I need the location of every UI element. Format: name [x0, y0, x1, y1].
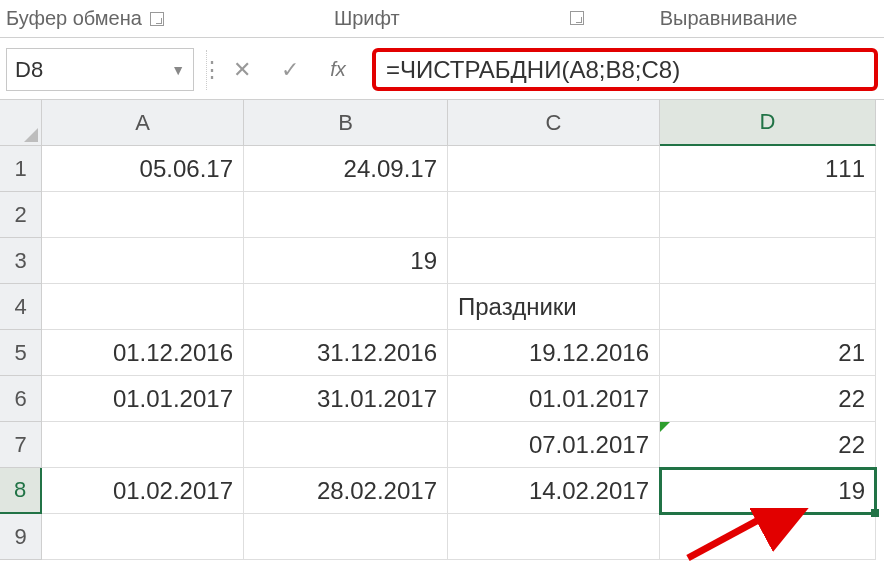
row-header-8[interactable]: 8 — [0, 468, 42, 514]
cancel-formula-button[interactable]: ✕ — [220, 50, 264, 90]
cell-B3[interactable]: 19 — [244, 238, 448, 284]
row-header-1[interactable]: 1 — [0, 146, 42, 192]
cell-A8[interactable]: 01.02.2017 — [42, 468, 244, 514]
row-header-6[interactable]: 6 — [0, 376, 42, 422]
name-box-value: D8 — [15, 57, 43, 83]
separator: ⋮ — [206, 50, 216, 90]
cell-B5[interactable]: 31.12.2016 — [244, 330, 448, 376]
formula-bar: D8 ▼ ⋮ ✕ ✓ fx =ЧИСТРАБДНИ(A8;B8;C8) — [0, 38, 884, 100]
row-header-2[interactable]: 2 — [0, 192, 42, 238]
select-all-corner[interactable] — [0, 100, 42, 146]
cell-C7[interactable]: 07.01.2017 — [448, 422, 660, 468]
cell-C5[interactable]: 19.12.2016 — [448, 330, 660, 376]
col-header-C[interactable]: C — [448, 100, 660, 146]
cell-D4[interactable] — [660, 284, 876, 330]
ribbon-clipboard-label: Буфер обмена — [6, 7, 142, 30]
cell-B1[interactable]: 24.09.17 — [244, 146, 448, 192]
cell-B6[interactable]: 31.01.2017 — [244, 376, 448, 422]
cell-C8[interactable]: 14.02.2017 — [448, 468, 660, 514]
cell-D9[interactable] — [660, 514, 876, 560]
ribbon-group-clipboard: Буфер обмена — [6, 7, 164, 30]
cell-B4[interactable] — [244, 284, 448, 330]
cell-B9[interactable] — [244, 514, 448, 560]
ribbon-alignment-label: Выравнивание — [660, 7, 798, 30]
chevron-down-icon[interactable]: ▼ — [171, 62, 185, 78]
cell-A2[interactable] — [42, 192, 244, 238]
cell-C4[interactable]: Праздники — [448, 284, 660, 330]
cell-B8[interactable]: 28.02.2017 — [244, 468, 448, 514]
name-box[interactable]: D8 ▼ — [6, 48, 194, 91]
row-header-3[interactable]: 3 — [0, 238, 42, 284]
cell-B2[interactable] — [244, 192, 448, 238]
formula-input[interactable]: =ЧИСТРАБДНИ(A8;B8;C8) — [372, 48, 878, 91]
formula-text: =ЧИСТРАБДНИ(A8;B8;C8) — [386, 56, 680, 84]
ribbon-font-label: Шрифт — [334, 7, 400, 30]
cell-B7[interactable] — [244, 422, 448, 468]
cell-C2[interactable] — [448, 192, 660, 238]
cell-C6[interactable]: 01.01.2017 — [448, 376, 660, 422]
fx-icon: fx — [330, 58, 346, 81]
formula-controls: ⋮ ✕ ✓ fx — [200, 48, 366, 91]
ribbon-group-font: Шрифт — [334, 7, 400, 30]
col-header-D[interactable]: D — [660, 100, 876, 146]
cell-A9[interactable] — [42, 514, 244, 560]
insert-function-button[interactable]: fx — [316, 50, 360, 90]
row-header-7[interactable]: 7 — [0, 422, 42, 468]
cell-D6[interactable]: 22 — [660, 376, 876, 422]
row-header-9[interactable]: 9 — [0, 514, 42, 560]
cell-A6[interactable]: 01.01.2017 — [42, 376, 244, 422]
col-header-A[interactable]: A — [42, 100, 244, 146]
cell-D7[interactable]: 22 — [660, 422, 876, 468]
cell-D8[interactable]: 19 — [660, 468, 876, 514]
row-header-5[interactable]: 5 — [0, 330, 42, 376]
row-header-4[interactable]: 4 — [0, 284, 42, 330]
ribbon-group-alignment: Выравнивание — [660, 7, 798, 30]
cell-C9[interactable] — [448, 514, 660, 560]
cell-A3[interactable] — [42, 238, 244, 284]
dialog-launcher-icon[interactable] — [150, 12, 164, 26]
col-header-B[interactable]: B — [244, 100, 448, 146]
cell-A1[interactable]: 05.06.17 — [42, 146, 244, 192]
cell-D2[interactable] — [660, 192, 876, 238]
cell-A4[interactable] — [42, 284, 244, 330]
cell-A7[interactable] — [42, 422, 244, 468]
dialog-launcher-icon[interactable] — [570, 11, 584, 25]
cell-A5[interactable]: 01.12.2016 — [42, 330, 244, 376]
cell-D3[interactable] — [660, 238, 876, 284]
spreadsheet-grid[interactable]: A B C D 1 05.06.17 24.09.17 111 2 3 19 4… — [0, 100, 884, 560]
cell-D1[interactable]: 111 — [660, 146, 876, 192]
ribbon-group-labels: Буфер обмена Шрифт Выравнивание — [0, 0, 884, 38]
cell-C1[interactable] — [448, 146, 660, 192]
cell-C3[interactable] — [448, 238, 660, 284]
font-dialog-launcher[interactable] — [570, 7, 584, 30]
cell-D5[interactable]: 21 — [660, 330, 876, 376]
accept-formula-button[interactable]: ✓ — [268, 50, 312, 90]
